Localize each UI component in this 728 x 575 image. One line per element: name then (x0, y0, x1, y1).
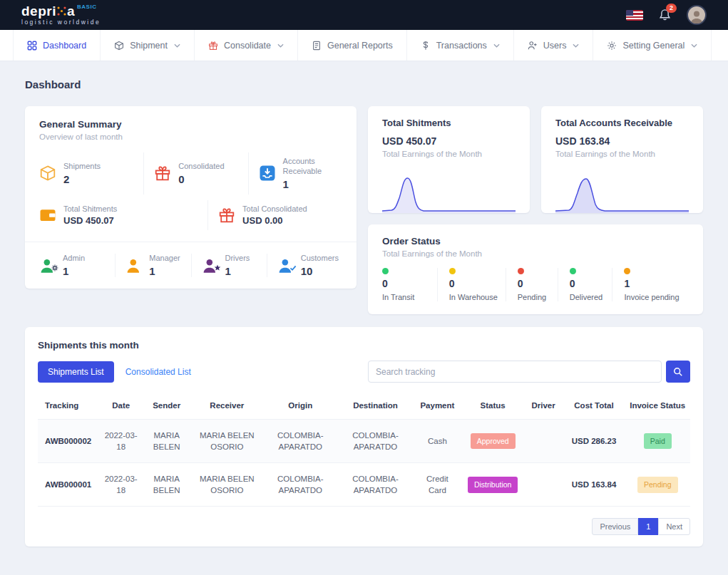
card-value: USD 163.84 (555, 135, 689, 147)
menu-item-setting-general[interactable]: Setting General (593, 30, 712, 61)
table-row[interactable]: AWB000001 2022-03-18 MARIA BELEN MARIA B… (38, 463, 690, 507)
logo-x-icon (57, 6, 66, 16)
status-label: In Transit (382, 293, 437, 301)
stat-shipments: Shipments 2 (39, 152, 143, 195)
check-icon (289, 261, 297, 274)
cell-sender: MARIA BELEN (142, 419, 191, 462)
consolidated-list-tab[interactable]: Consolidated List (125, 367, 191, 377)
shipments-list-tab[interactable]: Shipments List (38, 361, 114, 383)
order-status-card: Order Status Total Earnings of the Month… (368, 224, 703, 314)
us-flag-icon[interactable] (626, 10, 643, 21)
status-badge: Approved (471, 433, 516, 450)
gift-icon (218, 207, 235, 224)
chevron-down-icon (691, 43, 697, 48)
menu-label: Transactions (436, 41, 487, 51)
chevron-down-icon (174, 43, 180, 48)
main-menu: Dashboard Shipment Consolidate General R… (0, 30, 728, 61)
stat-label: Admin (63, 254, 85, 264)
menu-label: Shipment (130, 41, 168, 51)
admin-user-icon (39, 258, 56, 274)
menu-item-dashboard[interactable]: Dashboard (13, 30, 101, 61)
general-summary-subtitle: Overview of last month (39, 133, 342, 141)
status-invoice-pending: 1 Invoice pending (612, 268, 689, 301)
star-icon (214, 261, 221, 274)
order-status-title: Order Status (382, 236, 689, 247)
stat-label: Total Consolidated (242, 204, 307, 214)
logo-text: depria (21, 4, 75, 18)
status-dot (449, 268, 456, 274)
stat-label: Customers (301, 254, 339, 264)
logo-pre: depri (21, 4, 56, 18)
cell-date: 2022-03-18 (100, 463, 142, 507)
topbar-actions: 2 (626, 5, 707, 25)
menu-item-shipment[interactable]: Shipment (101, 30, 195, 61)
pagination: Previous 1 Next (38, 518, 690, 535)
col-payment: Payment (413, 393, 462, 419)
search-icon (673, 367, 683, 377)
stat-value: USD 0.00 (242, 215, 307, 226)
col-sender: Sender (142, 393, 191, 419)
logo[interactable]: depria BASIC logistic worldwide (21, 4, 101, 26)
bell-icon[interactable]: 2 (659, 9, 671, 21)
previous-page-button[interactable]: Previous (592, 518, 638, 535)
stat-label: Consolidated (178, 162, 224, 172)
order-status-subtitle: Total Earnings of the Month (382, 249, 689, 258)
menu-item-transactions[interactable]: Transactions (407, 30, 514, 61)
menu-item-consolidate[interactable]: Consolidate (195, 30, 298, 61)
card-value: USD 450.07 (382, 135, 516, 147)
status-label: Invoice pending (624, 293, 689, 301)
stat-accounts-receivable: Accounts Receivable 1 (248, 152, 342, 195)
shipments-toolbar: Shipments List Consolidated List (38, 361, 690, 383)
package-icon (39, 165, 56, 182)
right-column: Total Shitments USD 450.07 Total Earning… (368, 106, 703, 314)
card-title: Total Accounts Receivable (555, 118, 689, 128)
stat-value: 1 (225, 265, 250, 277)
table-row[interactable]: AWB000002 2022-03-18 MARIA BELEN MARIA B… (38, 419, 690, 462)
menu-label: Dashboard (43, 41, 86, 51)
top-navbar: depria BASIC logistic worldwide 2 (0, 0, 728, 30)
order-status-items: 0 In Transit 0 In Warehouse 0 Pending (382, 268, 689, 301)
logo-post: a (67, 4, 75, 18)
shipments-card: Shipments this month Shipments List Cons… (25, 327, 703, 546)
stat-label: Shipments (63, 162, 101, 172)
search-input[interactable] (368, 361, 662, 383)
menu-item-users[interactable]: Users (514, 30, 594, 61)
cell-origin: COLOMBIA-APARATDO (263, 463, 338, 507)
shipments-table: Tracking Date Sender Receiver Origin Des… (38, 393, 690, 507)
cell-invoice-status: Pending (625, 463, 690, 507)
page-content: Dashboard General Summary Overview of la… (0, 61, 728, 546)
stat-total-consolidated: Total Consolidated USD 0.00 (207, 200, 342, 231)
status-dot (518, 268, 524, 274)
col-destination: Destination (338, 393, 413, 419)
search-button[interactable] (666, 361, 690, 383)
total-accounts-receivable-card: Total Accounts Receivable USD 163.84 Tot… (541, 106, 703, 213)
stat-value: 0 (178, 173, 224, 185)
notification-badge: 2 (666, 4, 677, 13)
box-icon (114, 41, 124, 51)
general-summary-title: General Summary (39, 119, 342, 130)
cell-cost-total: USD 286.23 (563, 419, 625, 462)
page-number-button[interactable]: 1 (638, 518, 658, 535)
report-icon (312, 41, 322, 51)
stat-value: 1 (149, 265, 180, 277)
cell-status: Approved (462, 419, 524, 462)
app-root: depria BASIC logistic worldwide 2 Dashbo… (0, 0, 728, 546)
status-in-transit: 0 In Transit (382, 268, 437, 301)
avatar[interactable] (687, 5, 707, 25)
stat-consolidated: Consolidated 0 (143, 152, 247, 195)
stat-label: Total Shitments (63, 204, 117, 214)
stat-label: Accounts Receivable (283, 157, 337, 177)
cell-driver (524, 419, 563, 462)
status-value: 0 (382, 278, 437, 289)
cell-payment: Cash (413, 419, 462, 462)
menu-item-general-reports[interactable]: General Reports (298, 30, 407, 61)
gear-icon (51, 261, 58, 274)
next-page-button[interactable]: Next (658, 518, 690, 535)
cell-tracking: AWB000001 (38, 463, 100, 507)
logo-badge: BASIC (77, 4, 96, 10)
cell-receiver: MARIA BELEN OSORIO (191, 463, 263, 507)
status-dot (570, 268, 576, 274)
general-summary-card: General Summary Overview of last month S… (25, 106, 357, 289)
cell-destination: COLOMBIA-APARATDO (338, 419, 413, 462)
col-receiver: Receiver (191, 393, 263, 419)
